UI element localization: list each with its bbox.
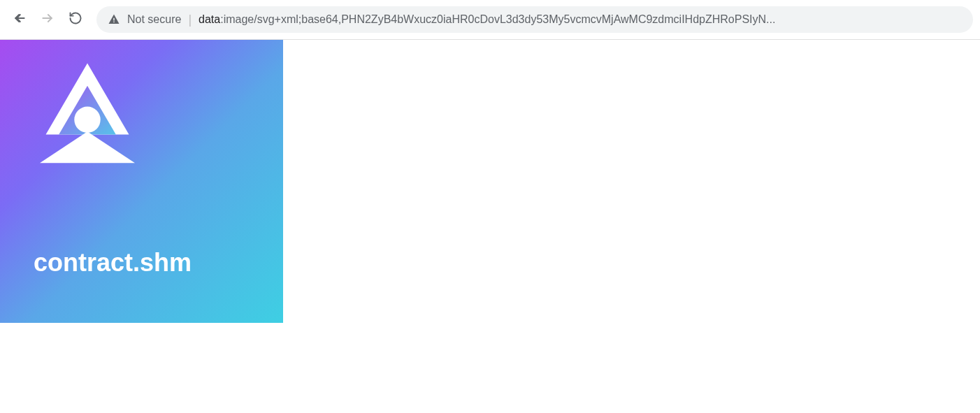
arrow-left-icon (13, 11, 27, 28)
url-rest: :image/svg+xml;base64,PHN2ZyB4bWxucz0iaH… (220, 13, 775, 25)
tile-label: contract.shm (34, 248, 262, 277)
reload-icon (69, 11, 82, 28)
url-scheme: data (199, 13, 220, 25)
svg-marker-7 (40, 131, 135, 163)
forward-button[interactable] (35, 7, 60, 32)
svg-rect-2 (113, 18, 115, 21)
arrow-right-icon (41, 11, 55, 28)
reload-button[interactable] (63, 7, 88, 32)
address-separator: | (188, 13, 192, 27)
security-status-text: Not secure (127, 13, 181, 26)
browser-toolbar: Not secure | data:image/svg+xml;base64,P… (0, 0, 980, 39)
svg-image-tile: contract.shm (0, 40, 283, 323)
svg-rect-3 (113, 22, 115, 23)
address-bar[interactable]: Not secure | data:image/svg+xml;base64,P… (96, 6, 973, 33)
page-content: contract.shm (0, 39, 980, 413)
warning-triangle-icon (108, 13, 120, 26)
url-text: data:image/svg+xml;base64,PHN2ZyB4bWxucz… (199, 13, 775, 26)
svg-point-6 (74, 107, 100, 133)
triangle-logo-icon (28, 57, 262, 179)
back-button[interactable] (7, 7, 32, 32)
